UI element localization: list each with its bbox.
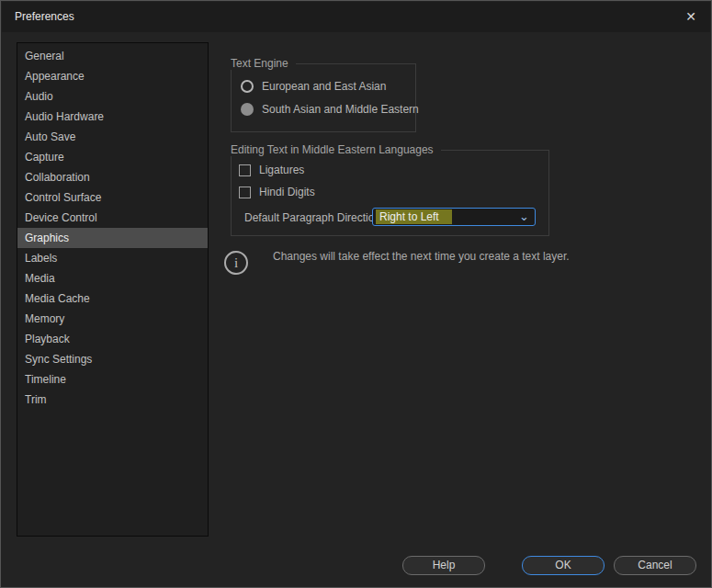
- sidebar-item-trim[interactable]: Trim: [17, 390, 208, 410]
- sidebar-item-playback[interactable]: Playback: [17, 329, 208, 349]
- radio-option-south-asian-middle-eastern[interactable]: South Asian and Middle Eastern: [241, 103, 419, 116]
- radio-option-european-east-asian[interactable]: European and East Asian: [241, 80, 386, 93]
- preferences-dialog: Preferences ✕ General Appearance Audio A…: [0, 0, 712, 588]
- window-title: Preferences: [15, 2, 74, 32]
- sidebar-item-audio-hardware[interactable]: Audio Hardware: [17, 107, 208, 127]
- text-engine-group: Text Engine European and East Asian Sout…: [231, 63, 416, 132]
- checkbox-icon: [239, 164, 251, 176]
- text-engine-group-label: Text Engine: [231, 57, 296, 70]
- sidebar-item-media[interactable]: Media: [17, 268, 208, 288]
- sidebar-item-labels[interactable]: Labels: [17, 248, 208, 268]
- sidebar-item-capture[interactable]: Capture: [17, 147, 208, 167]
- cancel-button[interactable]: Cancel: [614, 556, 696, 575]
- checkbox-ligatures[interactable]: Ligatures: [239, 164, 304, 176]
- radio-label: South Asian and Middle Eastern: [262, 103, 419, 116]
- titlebar: Preferences ✕: [2, 2, 710, 32]
- ok-button[interactable]: OK: [522, 556, 605, 575]
- help-button[interactable]: Help: [402, 556, 485, 575]
- sidebar-item-timeline[interactable]: Timeline: [17, 369, 208, 390]
- sidebar: General Appearance Audio Audio Hardware …: [17, 42, 209, 537]
- middle-eastern-group-label: Editing Text in Middle Eastern Languages: [231, 143, 441, 156]
- checkbox-label: Hindi Digits: [259, 186, 315, 198]
- sidebar-item-auto-save[interactable]: Auto Save: [17, 127, 208, 147]
- sidebar-item-graphics[interactable]: Graphics: [17, 228, 208, 248]
- radio-selected-icon: [241, 103, 254, 116]
- sidebar-item-device-control[interactable]: Device Control: [17, 208, 208, 228]
- radio-unselected-icon: [241, 80, 254, 93]
- sidebar-item-media-cache[interactable]: Media Cache: [17, 288, 208, 309]
- sidebar-item-memory[interactable]: Memory: [17, 309, 208, 329]
- middle-eastern-group: Editing Text in Middle Eastern Languages…: [231, 150, 549, 236]
- chevron-down-icon: ⌄: [519, 209, 529, 225]
- sidebar-item-appearance[interactable]: Appearance: [17, 66, 208, 86]
- sidebar-item-audio[interactable]: Audio: [17, 86, 208, 107]
- close-icon[interactable]: ✕: [682, 2, 700, 32]
- paragraph-direction-label: Default Paragraph Direction:: [244, 209, 383, 227]
- paragraph-direction-dropdown[interactable]: Right to Left ⌄: [372, 208, 536, 226]
- radio-label: European and East Asian: [262, 80, 386, 93]
- checkbox-icon: [239, 187, 251, 198]
- checkbox-label: Ligatures: [259, 164, 304, 176]
- sidebar-item-control-surface[interactable]: Control Surface: [17, 187, 208, 208]
- sidebar-item-general[interactable]: General: [17, 46, 208, 66]
- note-text: Changes will take effect the next time y…: [273, 250, 570, 263]
- checkbox-hindi-digits[interactable]: Hindi Digits: [239, 186, 315, 198]
- sidebar-item-sync-settings[interactable]: Sync Settings: [17, 349, 208, 369]
- sidebar-item-collaboration[interactable]: Collaboration: [17, 167, 208, 187]
- info-icon: i: [224, 251, 248, 275]
- paragraph-direction-value: Right to Left: [376, 209, 452, 224]
